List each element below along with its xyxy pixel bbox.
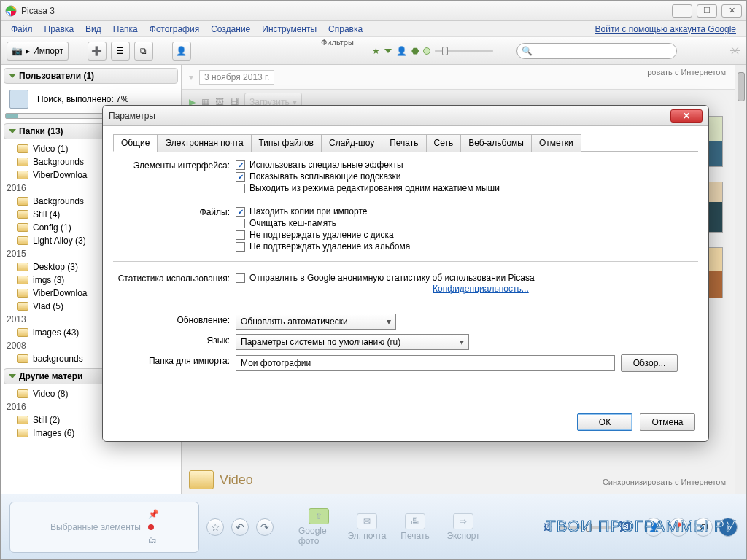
folder-icon [17, 354, 28, 363]
person-icon: 👤 [176, 46, 187, 56]
folder-icon [17, 171, 28, 179]
selection-box: Выбранные элементы 📌 🗂 [9, 502, 199, 553]
options-dialog: Параметры ✕ Общие Электронная почта Типы… [102, 105, 709, 442]
video-folder-row[interactable]: Video [189, 470, 253, 489]
signin-link[interactable]: Войти с помощью аккаунта Google [589, 22, 742, 36]
filter-flag-icon[interactable] [384, 49, 392, 53]
dialog-titlebar: Параметры ✕ [103, 106, 708, 126]
sidebar-other-label: Другие матери [19, 371, 82, 381]
folder-icon [17, 236, 28, 245]
menu-photo[interactable]: Фотография [144, 22, 205, 36]
browse-button[interactable]: Обзор... [621, 354, 678, 372]
cancel-button[interactable]: Отмена [640, 413, 695, 431]
import-button[interactable]: 📷▸ Импорт [7, 42, 69, 61]
menu-help[interactable]: Справка [322, 22, 368, 36]
rotate-right-button[interactable]: ↷ [256, 518, 274, 536]
folder-icon [17, 276, 28, 284]
folder-icon [17, 416, 28, 424]
print-button[interactable]: 🖶Печать [395, 513, 436, 541]
checkbox-effects[interactable] [236, 160, 245, 170]
menu-create[interactable]: Создание [205, 22, 256, 36]
tab-general[interactable]: Общие [113, 134, 158, 152]
pin-icon[interactable]: 📌 [148, 509, 158, 519]
checkbox-dupes[interactable] [236, 207, 245, 217]
menu-file[interactable]: Файл [5, 22, 39, 36]
tree-icon: ⧉ [140, 46, 147, 56]
menu-edit[interactable]: Правка [39, 22, 80, 36]
email-button[interactable]: ✉Эл. почта [347, 513, 387, 541]
search-icon: 🔍 [522, 46, 533, 56]
label-stats: Статистика использования: [113, 272, 230, 284]
tab-print[interactable]: Печать [382, 134, 426, 152]
folder-icon [189, 470, 214, 489]
label-ui: Элементы интерфейса: [113, 159, 230, 171]
sync-full-label: Синхронизировать с Интернетом [603, 478, 726, 486]
filter-geo-icon[interactable]: ⬣ [411, 46, 419, 56]
view-tree-button[interactable]: ⧉ [134, 42, 153, 61]
dialog-close-button[interactable]: ✕ [670, 109, 703, 122]
label-files: Файлы: [113, 206, 230, 217]
checkbox-send-stats[interactable] [236, 273, 245, 283]
close-button[interactable]: ✕ [721, 4, 742, 18]
filter-star-icon[interactable]: ★ [372, 46, 380, 56]
tab-email[interactable]: Электронная почта [157, 134, 251, 152]
clear-icon[interactable] [148, 522, 158, 532]
checkbox-clear-cache[interactable] [236, 219, 245, 228]
folder-icon [17, 429, 28, 438]
tab-types[interactable]: Типы файлов [251, 134, 322, 152]
search-input[interactable]: 🔍 [516, 43, 677, 59]
export-button[interactable]: ⇨Экспорт [443, 513, 484, 541]
tab-web[interactable]: Веб-альбомы [460, 134, 532, 152]
busy-icon: ✳ [729, 43, 740, 59]
checkbox-no-confirm-album[interactable] [236, 242, 245, 252]
chevron-down-icon [9, 129, 16, 133]
new-album-button[interactable]: ➕ [88, 42, 107, 61]
filter-person-icon[interactable]: 👤 [396, 46, 407, 56]
menu-folder[interactable]: Папка [107, 22, 144, 36]
language-dropdown[interactable]: Параметры системы по умолчанию (ru) [236, 334, 469, 350]
folder-icon [17, 302, 28, 311]
update-dropdown[interactable]: Обновлять автоматически [236, 314, 396, 330]
people-button[interactable]: 👤 [172, 42, 191, 61]
filters-label: Фильтры [321, 38, 354, 47]
rotate-left-button[interactable]: ↶ [231, 518, 249, 536]
folder-icon [17, 328, 28, 337]
menu-bar: Файл Правка Вид Папка Фотография Создани… [1, 21, 746, 37]
toolbar: 📷▸ Импорт ➕ ☰ ⧉ 👤 ★ 👤 ⬣ 🔍 ✳ [1, 37, 746, 65]
folder-icon [17, 262, 28, 271]
privacy-link[interactable]: Конфиденциальность... [433, 284, 529, 294]
menu-view[interactable]: Вид [80, 22, 107, 36]
dialog-tabs: Общие Электронная почта Типы файлов Слай… [113, 133, 698, 152]
upload-google-button[interactable]: ⇧Google фото [298, 508, 339, 546]
folder-icon [17, 197, 28, 206]
tab-marks[interactable]: Отметки [531, 134, 581, 152]
filter-slider[interactable] [435, 50, 493, 52]
label-update: Обновление: [113, 314, 230, 325]
star-button[interactable]: ☆ [206, 518, 224, 536]
maximize-button[interactable]: ☐ [697, 4, 717, 18]
folder-icon [17, 144, 28, 153]
watermark: ТВОИ ПРОГРАММЫ РУ [546, 517, 736, 536]
chevron-down-icon [9, 374, 16, 378]
window-title: Picasa 3 [21, 6, 55, 16]
tray-icon[interactable]: 🗂 [148, 535, 158, 545]
list-icon: ☰ [116, 46, 124, 56]
view-list-button[interactable]: ☰ [111, 42, 130, 61]
label-lang: Язык: [113, 334, 230, 346]
folder-icon [17, 389, 28, 398]
menu-tools[interactable]: Инструменты [256, 22, 322, 36]
tab-slideshow[interactable]: Слайд-шоу [321, 134, 382, 152]
import-folder-input[interactable]: Мои фотографии [236, 355, 615, 371]
selection-label: Выбранные элементы [50, 522, 141, 532]
minimize-button[interactable]: ― [672, 4, 692, 18]
tab-net[interactable]: Сеть [426, 134, 462, 152]
ok-button[interactable]: ОК [577, 413, 632, 431]
sidebar-users-header[interactable]: Пользователи (1) [4, 68, 178, 84]
chevron-down-icon [9, 74, 16, 78]
scrollbar[interactable] [735, 65, 746, 494]
import-label: Импорт [33, 46, 63, 56]
checkbox-no-confirm-disk[interactable] [236, 230, 245, 240]
checkbox-tooltips[interactable] [236, 172, 245, 182]
checkbox-exit-single[interactable] [236, 184, 245, 193]
filter-pin-icon[interactable] [423, 47, 430, 55]
